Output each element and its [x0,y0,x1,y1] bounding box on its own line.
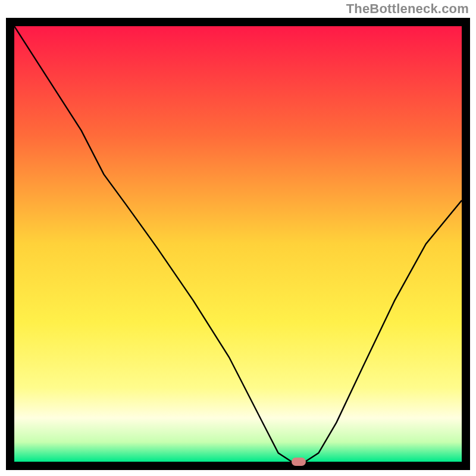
watermark-text: TheBottleneck.com [346,1,469,17]
plot-area [14,26,462,462]
optimum-marker [292,458,306,466]
svg-rect-0 [14,26,462,462]
background-gradient [14,26,462,462]
chart-frame [6,18,470,470]
chart-root: TheBottleneck.com [0,0,476,476]
